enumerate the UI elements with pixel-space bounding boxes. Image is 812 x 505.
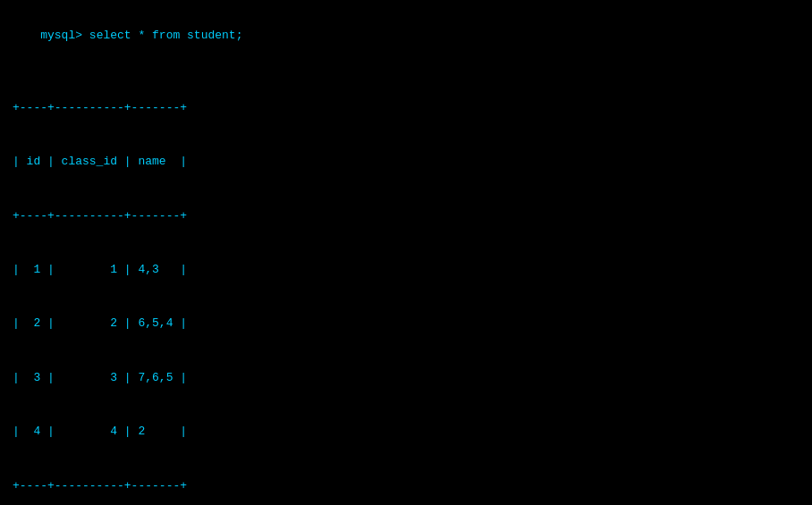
table-1-border-top: +----+----------+-------+ xyxy=(13,99,799,117)
table-1-border-mid: +----+----------+-------+ xyxy=(13,207,799,225)
table-1-row-3: | 3 | 3 | 7,6,5 | xyxy=(13,369,799,387)
terminal: mysql> select * from student; +----+----… xyxy=(13,9,799,505)
command-1: select * from student; xyxy=(82,29,242,42)
table-1-row-4: | 4 | 4 | 2 | xyxy=(13,423,799,441)
table-1: +----+----------+-------+ | id | class_i… xyxy=(13,63,799,505)
command-line-1: mysql> select * from student; xyxy=(13,9,799,63)
table-1-border-bot: +----+----------+-------+ xyxy=(13,477,799,495)
table-1-row-2: | 2 | 2 | 6,5,4 | xyxy=(13,315,799,332)
table-1-row-1: | 1 | 1 | 4,3 | xyxy=(13,261,799,279)
prompt-1: mysql> xyxy=(40,29,82,42)
table-1-header: | id | class_id | name | xyxy=(13,153,799,171)
